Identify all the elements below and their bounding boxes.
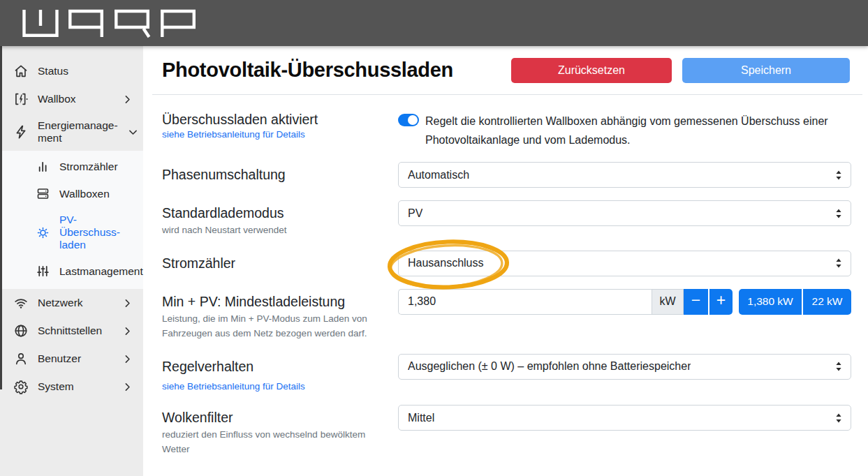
- field-description: Regelt die kontrollierten Wallboxen abhä…: [425, 112, 832, 149]
- sidebar: Status Wallbox Energiemanage­ment Stromz…: [0, 46, 143, 476]
- min-power-input[interactable]: [398, 289, 652, 315]
- select-arrows-icon: [835, 362, 842, 372]
- sidebar-item-wallboxen[interactable]: Wallboxen: [0, 180, 143, 207]
- form-row-minpower: Min + PV: Mindestladeleistung Leistung, …: [152, 289, 851, 341]
- enabled-toggle[interactable]: [398, 114, 419, 126]
- header-buttons: Zurücksetzen Speichern: [511, 58, 862, 83]
- form-row-cloud: Wolkenfilter reduziert den Einfluss von …: [152, 405, 851, 457]
- decrement-button[interactable]: −: [684, 289, 708, 315]
- user-icon: [13, 351, 29, 366]
- select-value: Ausgeglichen (± 0 W) – empfohlen ohne Ba…: [408, 360, 691, 373]
- field-note: Leistung, die im Min + PV-Modus zum Lade…: [162, 312, 380, 341]
- sidebar-item-benutzer[interactable]: Benutzer: [0, 345, 143, 373]
- meter-select[interactable]: Hausanschluss: [398, 251, 851, 276]
- spacer: [733, 289, 739, 315]
- form-row-enabled: Überschussladen aktiviert siehe Betriebs…: [152, 112, 851, 149]
- unit-addon: kW: [652, 289, 684, 315]
- sidebar-item-energiemanagement[interactable]: Energiemanage­ment: [0, 113, 143, 151]
- save-button[interactable]: Speichern: [682, 58, 850, 83]
- select-arrows-icon: [835, 258, 842, 269]
- select-value: Automatisch: [408, 169, 469, 181]
- sidebar-item-label: Wallbox: [38, 93, 112, 105]
- page-header: Photovoltaik-Überschussladen Zurücksetze…: [152, 46, 862, 95]
- select-value: Hausanschluss: [408, 257, 484, 269]
- chevron-right-icon: [122, 325, 133, 337]
- manual-link[interactable]: siehe Betriebsanleitung für Details: [162, 380, 305, 393]
- select-value: PV: [408, 207, 422, 220]
- field-note: wird nach Neustart verwendet: [162, 223, 380, 238]
- sidebar-item-netzwerk[interactable]: Netzwerk: [0, 289, 143, 317]
- sidebar-item-label: PV-Überschuss­laden: [59, 214, 133, 251]
- chevron-down-icon: [127, 126, 139, 138]
- field-note: reduziert den Einfluss von wechselnd bew…: [162, 428, 380, 457]
- sidebar-item-lastmanagement[interactable]: Lastmanagement: [0, 258, 143, 285]
- bar-chart-icon: [36, 159, 50, 174]
- sidebar-item-status[interactable]: Status: [0, 57, 143, 85]
- select-arrows-icon: [835, 412, 842, 423]
- sun-icon: [36, 225, 50, 240]
- toggle-knob: [408, 115, 418, 125]
- gear-icon: [13, 379, 29, 394]
- sliders-icon: [36, 264, 50, 278]
- control-behaviour-select[interactable]: Ausgeglichen (± 0 W) – empfohlen ohne Ba…: [398, 354, 851, 380]
- page-title: Photovoltaik-Überschussladen: [162, 59, 453, 82]
- chevron-right-icon: [122, 94, 133, 105]
- sidebar-item-schnittstellen[interactable]: Schnittstellen: [0, 317, 143, 345]
- form-row-control: Regelverhalten siehe Betriebsanleitung f…: [152, 354, 851, 393]
- field-label: Standardlademodus: [162, 200, 385, 226]
- mode-select[interactable]: PV: [398, 200, 851, 226]
- sidebar-item-wallbox[interactable]: Wallbox: [0, 85, 143, 113]
- energiemanagement-submenu: Stromzähler Wallboxen PV-Überschuss­lade…: [0, 151, 143, 289]
- sidebar-item-label: Wallboxen: [59, 188, 133, 200]
- warp-logo: [21, 8, 201, 38]
- field-label: Regelverhalten: [162, 354, 385, 380]
- form-row-mode: Standardlademodus wird nach Neustart ver…: [152, 200, 851, 238]
- app-header: [0, 0, 868, 46]
- sidebar-item-label: System: [38, 380, 112, 393]
- sidebar-item-label: Netzwerk: [38, 297, 112, 309]
- max-preset-button[interactable]: 22 kW: [802, 289, 851, 315]
- select-value: Mittel: [408, 412, 434, 424]
- wifi-icon: [13, 295, 29, 311]
- chevron-right-icon: [122, 297, 133, 309]
- phase-select[interactable]: Automatisch: [398, 162, 851, 188]
- field-label: Wolkenfilter: [162, 405, 385, 431]
- field-label: Überschussladen aktiviert: [162, 112, 385, 128]
- min-preset-button[interactable]: 1,380 kW: [739, 289, 802, 315]
- sidebar-item-label: Stromzähler: [59, 161, 133, 173]
- home-icon: [13, 64, 29, 79]
- cloud-filter-select[interactable]: Mittel: [398, 405, 851, 431]
- chevron-right-icon: [122, 381, 133, 393]
- select-arrows-icon: [835, 208, 842, 218]
- chevron-right-icon: [122, 353, 133, 365]
- sidebar-item-label: Benutzer: [38, 352, 112, 365]
- sidebar-item-label: Schnittstellen: [38, 325, 112, 337]
- form-row-meter: Stromzähler Hausanschluss: [152, 251, 851, 276]
- sidebar-item-label: Status: [38, 65, 120, 77]
- select-arrows-icon: [835, 170, 842, 180]
- globe-icon: [13, 323, 29, 339]
- energy-bolt-icon: [13, 124, 29, 140]
- scrollbar-thumb[interactable]: [0, 46, 2, 389]
- server-stack-icon: [36, 186, 50, 201]
- manual-link[interactable]: siehe Betriebsanleitung für Details: [162, 128, 305, 141]
- sidebar-item-stromzaehler[interactable]: Stromzähler: [0, 153, 143, 180]
- field-label: Min + PV: Mindestladeleistung: [162, 289, 385, 315]
- reset-button[interactable]: Zurücksetzen: [511, 58, 672, 83]
- form-row-phase: Phasenumschaltung Automatisch: [152, 162, 851, 188]
- settings-form: Überschussladen aktiviert siehe Betriebs…: [152, 95, 868, 457]
- main-content: Photovoltaik-Überschussladen Zurücksetze…: [143, 46, 868, 476]
- sidebar-item-label: Lastmanagement: [59, 265, 142, 278]
- sidebar-item-pv-ueberschussladen[interactable]: PV-Überschuss­laden: [0, 207, 143, 258]
- field-label: Phasenumschaltung: [162, 162, 385, 188]
- field-label: Stromzähler: [162, 251, 385, 276]
- increment-button[interactable]: +: [708, 289, 733, 315]
- wallbox-icon: [13, 91, 29, 107]
- sidebar-item-label: Energiemanage­ment: [38, 119, 118, 144]
- sidebar-item-system[interactable]: System: [0, 373, 143, 401]
